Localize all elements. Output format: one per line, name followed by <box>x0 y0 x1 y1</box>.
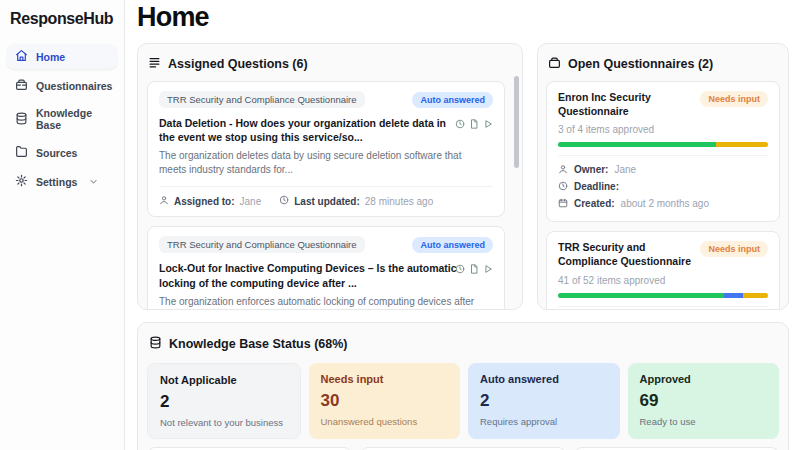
history-icon[interactable] <box>455 119 465 129</box>
progress-text: 3 of 4 items approved <box>558 124 768 135</box>
assigned-to-value: Jane <box>240 196 262 207</box>
knowledge-base-status-panel: Knowledge Base Status (68%) Not Applicab… <box>137 322 789 450</box>
panel-title: Assigned Questions (6) <box>168 57 308 71</box>
created-value: about 2 months ago <box>621 198 709 209</box>
stat-value: 69 <box>640 391 768 411</box>
document-icon[interactable] <box>469 119 479 129</box>
status-badge: Auto answered <box>412 237 493 253</box>
questionnaire-title: Enron Inc Security Questionnaire <box>558 91 694 118</box>
sidebar-item-label: Questionnaires <box>36 80 112 92</box>
question-card[interactable]: TRR Security and Compliance Questionnair… <box>147 81 505 217</box>
created-label: Created: <box>574 198 615 209</box>
stat-desc: Not relevant to your business <box>160 417 288 428</box>
stat-label: Not Applicable <box>160 374 288 386</box>
assigned-to-label: Assigned to: <box>174 196 235 207</box>
stat-value: 30 <box>321 391 449 411</box>
clock-icon <box>279 195 289 207</box>
question-title: Lock-Out for Inactive Computing Devices … <box>159 261 493 289</box>
questionnaire-title: TRR Security and Compliance Questionnair… <box>558 241 694 268</box>
stat-label: Auto answered <box>480 373 608 385</box>
page-title: Home <box>137 2 789 33</box>
status-badge: Auto answered <box>412 92 493 108</box>
stat-label: Approved <box>640 373 768 385</box>
database-icon <box>15 112 28 127</box>
questionnaire-badge: TRR Security and Compliance Questionnair… <box>159 236 365 253</box>
sidebar-item-settings[interactable]: Settings <box>7 169 117 194</box>
stat-needs-input: Needs input 30 Unanswered questions <box>309 363 461 439</box>
sidebar-item-label: Settings <box>36 176 77 188</box>
sidebar-item-label: Home <box>36 51 65 63</box>
question-answer: The organization enforces automatic lock… <box>159 295 493 310</box>
questionnaires-icon <box>15 78 28 93</box>
last-updated-value: 28 minutes ago <box>365 196 433 207</box>
question-answer: The organization deletes data by using s… <box>159 149 493 177</box>
owner-value: Jane <box>614 164 636 175</box>
stat-desc: Ready to use <box>640 416 768 427</box>
last-updated-label: Last updated: <box>294 196 360 207</box>
sidebar-item-sources[interactable]: Sources <box>7 140 117 165</box>
play-icon[interactable] <box>483 119 493 129</box>
gear-icon <box>15 174 28 189</box>
list-icon <box>148 56 161 72</box>
stat-approved: Approved 69 Ready to use <box>628 363 780 439</box>
open-questionnaires-header: Open Questionnaires (2) <box>546 52 780 81</box>
progress-bar <box>558 293 768 298</box>
inbox-icon <box>548 56 561 72</box>
questionnaire-card[interactable]: TRR Security and Compliance Questionnair… <box>546 231 780 310</box>
owner-label: Owner: <box>574 164 608 175</box>
folder-icon <box>15 145 28 160</box>
stat-desc: Requires approval <box>480 416 608 427</box>
assigned-questions-panel: Assigned Questions (6) TRR Security and … <box>137 43 523 310</box>
questionnaire-card[interactable]: Enron Inc Security Questionnaire Needs i… <box>546 81 780 222</box>
home-icon <box>15 49 28 64</box>
play-icon[interactable] <box>483 264 493 274</box>
status-badge: Needs input <box>700 91 768 107</box>
stat-desc: Unanswered questions <box>321 416 449 427</box>
deadline-label: Deadline: <box>574 181 619 192</box>
sidebar-item-knowledge-base[interactable]: Knowledge Base <box>7 102 117 136</box>
question-card[interactable]: TRR Security and Compliance Questionnair… <box>147 226 505 310</box>
document-icon[interactable] <box>469 264 479 274</box>
stat-not-applicable: Not Applicable 2 Not relevant to your bu… <box>147 363 301 439</box>
assigned-questions-header: Assigned Questions (6) <box>146 52 514 81</box>
kb-status-header: Knowledge Base Status (68%) <box>147 332 779 361</box>
database-icon <box>149 336 162 352</box>
status-badge: Needs input <box>700 241 768 257</box>
calendar-icon <box>558 198 568 210</box>
sidebar-item-questionnaires[interactable]: Questionnaires <box>7 73 117 98</box>
stat-value: 2 <box>480 391 608 411</box>
stat-label: Needs input <box>321 373 449 385</box>
sidebar-item-home[interactable]: Home <box>7 44 117 69</box>
scrollbar-thumb[interactable] <box>514 76 519 168</box>
open-questionnaires-panel: Open Questionnaires (2) Enron Inc Securi… <box>537 43 789 310</box>
panel-title: Open Questionnaires (2) <box>568 57 713 71</box>
app-logo: ResponseHub <box>7 8 117 44</box>
sidebar-item-label: Knowledge Base <box>36 107 109 131</box>
stat-auto-answered: Auto answered 2 Requires approval <box>468 363 620 439</box>
clock-icon <box>558 181 568 193</box>
stat-value: 2 <box>160 392 288 412</box>
progress-bar <box>558 142 768 147</box>
chevron-down-icon <box>89 176 98 188</box>
main-content: Home Assigned Questions (6) TRR Security… <box>125 0 800 450</box>
sidebar: ResponseHub Home Questionnaires Knowledg… <box>0 0 125 450</box>
question-title: Data Deletion - How does your organizati… <box>159 116 493 144</box>
person-icon <box>159 195 169 207</box>
questionnaire-badge: TRR Security and Compliance Questionnair… <box>159 91 365 108</box>
sidebar-item-label: Sources <box>36 147 77 159</box>
person-icon <box>558 164 568 176</box>
progress-text: 41 of 52 items approved <box>558 275 768 286</box>
history-icon[interactable] <box>455 264 465 274</box>
panel-title: Knowledge Base Status (68%) <box>169 337 348 351</box>
